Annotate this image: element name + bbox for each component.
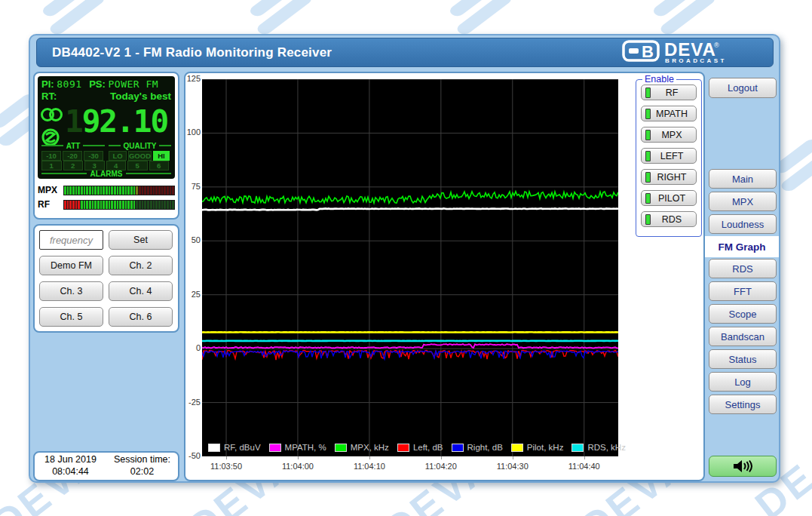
mpx-level-bar (63, 186, 175, 195)
meter-segment (72, 186, 75, 195)
sidebar-button-log[interactable]: Log (709, 372, 777, 392)
legend-label: Left, dB (413, 443, 443, 452)
meter-segment (150, 186, 152, 195)
meter-segment (69, 201, 72, 209)
rf-level-bar (63, 200, 175, 210)
receiver-display-panel: PI: 8091 PS: POWER FM RT: Today's best (33, 72, 179, 220)
time-value: 08:04:44 (35, 466, 106, 478)
meter-segment (122, 186, 124, 195)
lcd-pi-ps-row: PI: 8091 PS: POWER FM (41, 78, 158, 90)
y-axis-label: -25 (188, 398, 201, 407)
meter-segment (139, 201, 141, 209)
meter-segment (64, 186, 66, 195)
session-time-label: Session time: (106, 454, 178, 466)
meter-segment (125, 186, 127, 195)
legend-swatch (397, 444, 409, 452)
meter-segment (100, 186, 103, 195)
frequency-input[interactable] (39, 230, 103, 250)
channel-button-ch-3[interactable]: Ch. 3 (39, 281, 103, 301)
meter-segment (117, 186, 119, 195)
fm-graph-chart (202, 79, 618, 456)
meter-segment (103, 186, 105, 195)
enable-led-rf (645, 88, 651, 98)
sidebar-button-status[interactable]: Status (709, 349, 777, 369)
legend-label: RF, dBuV (224, 443, 261, 452)
meter-segment (67, 201, 69, 209)
legend-label: Right, dB (467, 443, 503, 452)
meter-segment (139, 186, 141, 195)
meter-segment (133, 201, 136, 209)
meter-segment (158, 201, 161, 209)
meter-segment (111, 201, 113, 209)
logout-button[interactable]: Logout (709, 78, 777, 98)
meter-segment (142, 201, 144, 209)
session-panel: 18 Jun 2019 08:04:44 Session time: 02:02 (33, 451, 179, 481)
frequency-dim-digit: 1 (65, 103, 82, 140)
sidebar-button-fft[interactable]: FFT (709, 281, 777, 301)
session-time: Session time: 02:02 (106, 453, 178, 480)
set-button[interactable]: Set (109, 230, 173, 250)
meter-segment (78, 186, 80, 195)
speaker-button[interactable] (709, 456, 777, 477)
meter-segment (133, 186, 136, 195)
channel-button-ch-2[interactable]: Ch. 2 (109, 256, 173, 275)
meter-segment (75, 201, 78, 209)
meter-segment (161, 201, 164, 209)
sidebar-button-loudness[interactable]: Loudness (709, 214, 777, 234)
channel-button-ch-5[interactable]: Ch. 5 (39, 307, 103, 327)
sidebar-button-scope[interactable]: Scope (709, 304, 777, 324)
logo-broadcast-text: BROADCAST (665, 57, 727, 64)
sidebar-button-settings[interactable]: Settings (709, 395, 777, 414)
enable-button-rds[interactable]: RDS (641, 211, 697, 227)
lcd-cell--30: -30 (84, 151, 103, 161)
legend-swatch (571, 444, 584, 452)
meter-segment (67, 186, 69, 195)
pi-label: PI: (41, 78, 54, 90)
meter-segment (109, 201, 111, 209)
x-axis-labels: 11:03:5011:04:0011:04:1011:04:2011:04:30… (202, 459, 618, 475)
y-axis-label: 75 (192, 182, 201, 191)
enable-button-right[interactable]: RIGHT (641, 169, 697, 185)
sidebar-button-main[interactable]: Main (709, 169, 777, 189)
sidebar-button-rds[interactable]: RDS (709, 259, 777, 278)
sidebar-button-mpx[interactable]: MPX (709, 192, 777, 211)
channel-button-ch-6[interactable]: Ch. 6 (109, 307, 173, 327)
meter-segment (147, 201, 149, 209)
meter-segment (164, 201, 166, 209)
att-group-label: ATT (41, 142, 105, 149)
rt-value: Today's best (110, 91, 171, 102)
enable-button-pilot[interactable]: PILOT (641, 190, 697, 206)
sidebar-button-bandscan[interactable]: Bandscan (709, 327, 777, 346)
meter-segment (111, 186, 113, 195)
ps-label: PS: (84, 78, 106, 90)
mpx-meter-label: MPX (38, 185, 63, 195)
meter-segment (136, 201, 138, 209)
enable-button-mpx[interactable]: MPX (641, 127, 697, 143)
meter-segment (84, 201, 86, 209)
date-value: 18 Jun 2019 (35, 454, 106, 466)
meter-segment (119, 201, 121, 209)
enable-led-rds (645, 214, 651, 225)
legend-label: MPX, kHz (351, 443, 389, 452)
enable-button-rf[interactable]: RF (641, 84, 697, 100)
meter-segment (97, 186, 100, 195)
tab-fm-graph[interactable]: FM Graph (705, 236, 779, 257)
meter-segment (130, 186, 133, 195)
enable-button-mpath[interactable]: MPATH (641, 106, 697, 121)
x-axis-label: 11:04:00 (282, 462, 314, 471)
legend-item: MPATH, % (269, 443, 326, 452)
enable-button-left[interactable]: LEFT (641, 148, 697, 164)
meter-segment (64, 201, 66, 209)
meter-segment (142, 186, 144, 195)
channel-button-ch-4[interactable]: Ch. 4 (109, 281, 173, 301)
enable-panel: Enable RFMPATHMPXLEFTRIGHTPILOTRDS (636, 74, 702, 237)
meter-segment (150, 201, 152, 209)
meter-segment (117, 201, 119, 209)
series-mpath (202, 344, 618, 348)
meter-segment (84, 186, 86, 195)
meter-segment (127, 201, 130, 209)
channel-button-demo-fm[interactable]: Demo FM (39, 256, 103, 275)
legend-swatch (269, 444, 281, 452)
legend-swatch (452, 444, 464, 452)
meter-segment (106, 186, 108, 195)
